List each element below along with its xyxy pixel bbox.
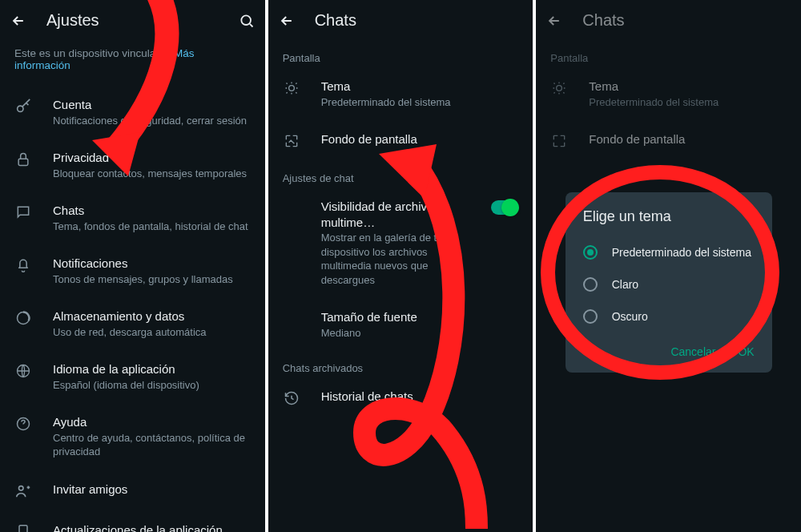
theme-dialog: Elige un tema Predeterminado del sistema… bbox=[566, 192, 772, 373]
svg-rect-7 bbox=[19, 526, 27, 532]
radio-oscuro[interactable]: Oscuro bbox=[566, 300, 772, 332]
item-idioma[interactable]: Idioma de la aplicaciónEspañol (idioma d… bbox=[0, 350, 265, 403]
help-icon bbox=[14, 415, 32, 433]
item-notificaciones[interactable]: NotificacionesTonos de mensajes, grupos … bbox=[0, 244, 265, 297]
globe-icon bbox=[14, 362, 32, 380]
ok-button[interactable]: OK bbox=[738, 345, 754, 358]
item-chats[interactable]: ChatsTema, fondos de pantalla, historial… bbox=[0, 191, 265, 244]
svg-point-0 bbox=[241, 15, 251, 25]
media-toggle[interactable] bbox=[491, 200, 518, 215]
theme-icon bbox=[283, 79, 300, 97]
svg-point-6 bbox=[19, 486, 24, 490]
panel-chats: Chats Pantalla TemaPredeterminado del si… bbox=[268, 0, 533, 532]
section-ajustes-chat: Ajustes de chat bbox=[268, 161, 533, 187]
key-icon bbox=[14, 98, 32, 115]
radio-claro[interactable]: Claro bbox=[566, 268, 772, 300]
item-almacenamiento[interactable]: Almacenamiento y datosUso de red, descar… bbox=[0, 297, 265, 350]
header: Ajustes bbox=[0, 0, 265, 41]
item-cuenta[interactable]: CuentaNotificaciones de seguridad, cerra… bbox=[0, 86, 265, 139]
header: Chats bbox=[268, 0, 533, 41]
cancel-button[interactable]: Cancelar bbox=[670, 345, 715, 358]
radio-icon bbox=[583, 277, 598, 292]
wallpaper-icon bbox=[283, 132, 300, 150]
section-pantalla: Pantalla bbox=[268, 41, 533, 67]
radio-predeterminado[interactable]: Predeterminado del sistema bbox=[566, 236, 772, 268]
item-ayuda[interactable]: AyudaCentro de ayuda, contáctanos, polít… bbox=[0, 403, 265, 470]
item-invitar[interactable]: Invitar amigos bbox=[0, 470, 265, 511]
device-info: Este es un dispositivo vinculado. Más in… bbox=[0, 41, 265, 86]
back-icon[interactable] bbox=[10, 12, 27, 30]
history-icon bbox=[283, 389, 300, 407]
back-icon[interactable] bbox=[278, 12, 296, 30]
search-icon[interactable] bbox=[238, 12, 256, 30]
radio-icon bbox=[583, 309, 598, 324]
item-fondo[interactable]: Fondo de pantalla bbox=[268, 120, 533, 161]
bell-icon bbox=[14, 256, 32, 274]
page-title: Chats bbox=[315, 11, 524, 30]
dialog-title: Elige un tema bbox=[566, 208, 772, 236]
dialog-overlay: Elige un tema Predeterminado del sistema… bbox=[536, 0, 801, 532]
panel-ajustes: Ajustes Este es un dispositivo vinculado… bbox=[0, 0, 265, 532]
phone-update-icon bbox=[14, 523, 32, 532]
svg-point-9 bbox=[288, 86, 294, 91]
chat-icon bbox=[14, 204, 32, 221]
data-usage-icon bbox=[14, 309, 32, 327]
item-privacidad[interactable]: PrivacidadBloquear contactos, mensajes t… bbox=[0, 139, 265, 191]
radio-icon bbox=[583, 245, 598, 260]
item-tamano-fuente[interactable]: Tamaño de fuenteMediano bbox=[268, 298, 533, 351]
item-visibilidad-media[interactable]: Visibilidad de archivos multime…Mostrar … bbox=[268, 187, 533, 298]
page-title: Ajustes bbox=[46, 11, 219, 30]
section-archivados: Chats archivados bbox=[268, 351, 533, 377]
lock-icon bbox=[14, 151, 32, 168]
svg-rect-2 bbox=[18, 159, 28, 165]
item-actualizaciones[interactable]: Actualizaciones de la aplicación bbox=[0, 511, 265, 532]
item-tema[interactable]: TemaPredeterminado del sistema bbox=[268, 67, 533, 120]
people-icon bbox=[14, 482, 32, 500]
panel-tema-dialog: Chats Pantalla TemaPredeterminado del si… bbox=[536, 0, 801, 532]
item-historial[interactable]: Historial de chats bbox=[268, 377, 533, 418]
